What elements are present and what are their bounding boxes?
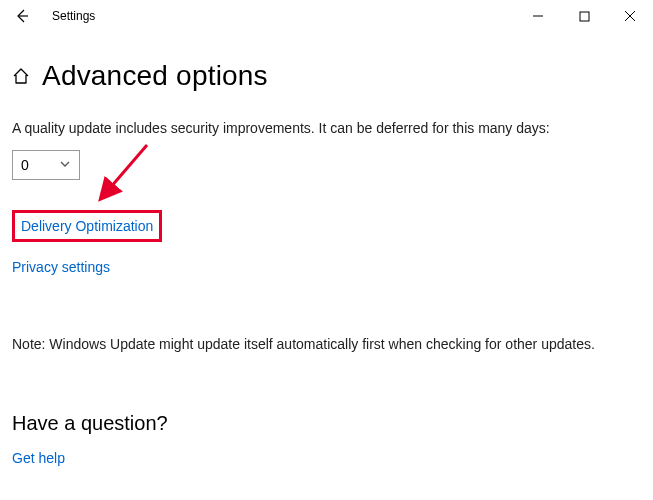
defer-days-select[interactable]: 0	[12, 150, 80, 180]
titlebar: Settings	[0, 0, 653, 32]
privacy-settings-link[interactable]: Privacy settings	[12, 259, 110, 275]
chevron-down-icon	[59, 157, 71, 173]
close-icon	[624, 10, 636, 22]
page-title: Advanced options	[42, 60, 268, 92]
delivery-optimization-link[interactable]: Delivery Optimization	[21, 218, 153, 234]
annotation-highlight-box: Delivery Optimization	[12, 210, 162, 242]
defer-days-value: 0	[21, 157, 29, 173]
get-help-link[interactable]: Get help	[12, 450, 65, 466]
minimize-icon	[532, 10, 544, 22]
maximize-icon	[579, 11, 590, 22]
maximize-button[interactable]	[561, 0, 607, 32]
minimize-button[interactable]	[515, 0, 561, 32]
close-button[interactable]	[607, 0, 653, 32]
arrow-left-icon	[14, 8, 30, 24]
defer-description: A quality update includes security impro…	[12, 120, 641, 136]
content-area: Advanced options A quality update includ…	[0, 60, 653, 467]
back-button[interactable]	[8, 8, 40, 24]
window-controls	[515, 0, 653, 32]
home-icon[interactable]	[12, 67, 30, 85]
app-title: Settings	[52, 9, 95, 23]
update-note: Note: Windows Update might update itself…	[12, 336, 641, 352]
question-heading: Have a question?	[12, 412, 641, 435]
page-header: Advanced options	[12, 60, 641, 92]
svg-rect-1	[580, 12, 589, 21]
